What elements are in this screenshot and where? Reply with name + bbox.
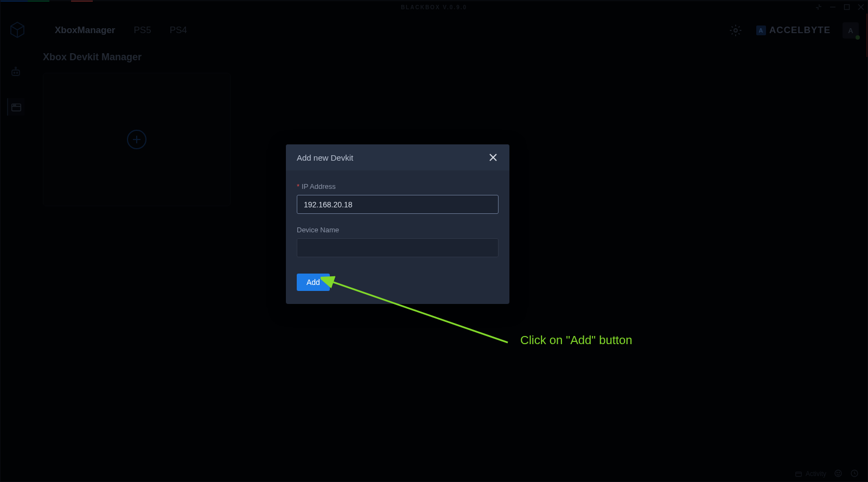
add-button[interactable]: Add — [297, 274, 330, 291]
close-icon — [489, 154, 497, 161]
modal-footer: Add — [297, 274, 499, 291]
ip-address-input[interactable] — [297, 195, 499, 214]
modal-close-button[interactable] — [488, 152, 499, 163]
add-devkit-modal: Add new Devkit * IP Address Device Name … — [286, 144, 509, 304]
required-star-icon: * — [297, 182, 299, 191]
device-name-field: Device Name — [297, 226, 499, 257]
ip-address-label: * IP Address — [297, 182, 499, 191]
modal-title: Add new Devkit — [297, 153, 353, 162]
device-name-label: Device Name — [297, 226, 499, 234]
device-name-label-text: Device Name — [297, 226, 339, 234]
device-name-input[interactable] — [297, 238, 499, 257]
modal-body: * IP Address Device Name Add — [286, 170, 509, 304]
modal-header: Add new Devkit — [286, 144, 509, 170]
ip-address-field: * IP Address — [297, 182, 499, 214]
ip-address-label-text: IP Address — [302, 182, 336, 191]
